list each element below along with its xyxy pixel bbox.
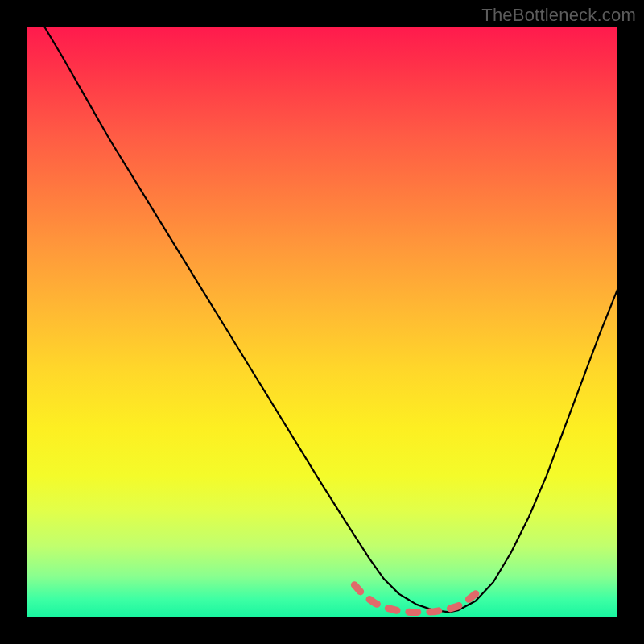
plot-area	[27, 27, 617, 617]
dashed-minimum-path	[354, 585, 475, 613]
curve-overlay	[27, 27, 617, 617]
watermark-text: TheBottleneck.com	[481, 5, 636, 26]
v-curve-path	[44, 27, 617, 612]
chart-container: TheBottleneck.com	[0, 0, 644, 644]
